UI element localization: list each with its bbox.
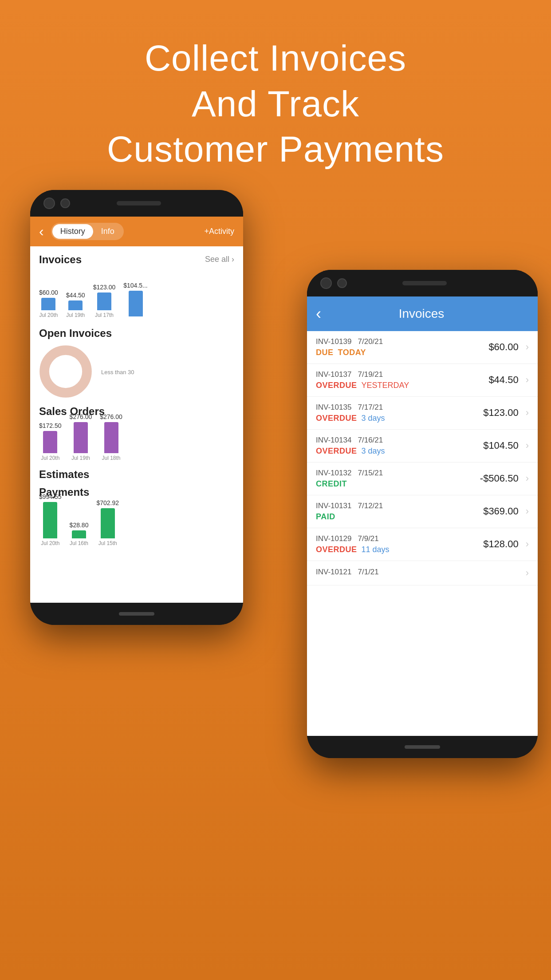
invoice-id-date-10135: INV-10135 7/17/21	[316, 403, 385, 412]
invoice-item-10132[interactable]: INV-10132 7/15/21 CREDIT -$506.50 ›	[307, 462, 538, 495]
status-detail-today-10139: TODAY	[338, 348, 366, 357]
open-invoices-section: Open Invoices Less than 30	[39, 327, 234, 398]
sales-bar-1: $172.50 Jul 20th	[39, 422, 62, 461]
invoice-bar-2: $44.50 Jul 19th	[66, 292, 85, 318]
less-than-30-label: Less than 30	[101, 369, 134, 375]
chevron-right-icon-10129: ›	[526, 538, 529, 550]
invoice-bar-1-date: Jul 20th	[39, 312, 58, 318]
speaker-bar-right	[402, 281, 447, 285]
invoice-left-10134: INV-10134 7/16/21 OVERDUE 3 days	[316, 436, 385, 456]
invoice-bar-1: $60.00 Jul 20th	[39, 289, 58, 318]
sales-bar-1-date: Jul 20th	[41, 455, 59, 461]
activity-button[interactable]: +Activity	[204, 227, 234, 236]
phones-container: ‹ History Info +Activity Invoices See al…	[0, 190, 551, 922]
invoice-left-10137: INV-10137 7/19/21 OVERDUE YESTERDAY	[316, 370, 409, 390]
camera-group-left	[43, 198, 70, 209]
invoice-item-10135[interactable]: INV-10135 7/17/21 OVERDUE 3 days $123.00…	[307, 397, 538, 430]
invoices-list-title: Invoices	[330, 307, 513, 321]
status-badge-paid-10131: PAID	[316, 512, 335, 522]
hero-line2: And Track	[192, 83, 359, 124]
sales-bar-2-rect	[74, 422, 88, 453]
donut-svg	[39, 345, 92, 398]
back-arrow-right[interactable]: ‹	[316, 304, 321, 323]
payment-bar-1-date: Jul 20th	[41, 540, 59, 546]
invoice-right-10129: $128.00 ›	[483, 538, 529, 550]
invoice-id-date-10131: INV-10131 7/12/21	[316, 502, 383, 510]
chevron-right-icon-10134: ›	[526, 440, 529, 451]
invoice-status-row-10132: CREDIT	[316, 479, 383, 489]
hero-line1: Collect Invoices	[145, 38, 406, 78]
invoice-item-10134[interactable]: INV-10134 7/16/21 OVERDUE 3 days $104.50…	[307, 430, 538, 462]
invoice-id-date-10129: INV-10129 7/9/21	[316, 534, 390, 543]
camera-secondary-left	[60, 198, 70, 208]
sales-bar-3-date: Jul 18th	[102, 455, 121, 461]
hero-section: Collect Invoices And Track Customer Paym…	[0, 0, 551, 190]
status-badge-credit-10132: CREDIT	[316, 479, 347, 489]
chevron-right-icon-10135: ›	[526, 407, 529, 419]
sales-orders-bar-chart: $172.50 Jul 20th $276.00 Jul 19th $276.0…	[39, 423, 234, 463]
invoice-bar-1-rect	[41, 298, 55, 310]
invoice-right-10131: $369.00 ›	[483, 506, 529, 517]
invoices-title: Invoices	[39, 253, 82, 266]
home-indicator-left	[119, 612, 154, 616]
invoice-bar-1-amount: $60.00	[39, 289, 58, 296]
invoice-id-date-10137: INV-10137 7/19/21	[316, 370, 409, 379]
sales-bar-2-amount: $276.00	[70, 413, 92, 420]
right-phone-top-bar	[307, 270, 538, 296]
invoice-left-10121: INV-10121 7/1/21	[316, 568, 379, 578]
tab-info[interactable]: Info	[93, 224, 122, 239]
invoice-amount-10135: $123.00	[483, 407, 519, 419]
invoice-amount-10132: -$506.50	[480, 473, 519, 484]
status-badge-overdue-10134: OVERDUE	[316, 447, 357, 456]
back-arrow-left[interactable]: ‹	[39, 223, 44, 240]
camera-main-left	[43, 198, 55, 209]
payment-bar-1-amount: $994.55	[39, 493, 62, 500]
invoice-bar-4-amount: $104.5...	[123, 282, 148, 289]
open-invoices-header: Open Invoices	[39, 327, 234, 340]
left-phone-header: ‹ History Info +Activity	[30, 217, 243, 246]
invoice-item-10121[interactable]: INV-10121 7/1/21 ›	[307, 561, 538, 585]
invoice-amount-10139: $60.00	[488, 341, 518, 353]
right-phone-header: ‹ Invoices	[307, 296, 538, 331]
status-detail-days-10135: 3 days	[362, 414, 385, 423]
payments-bar-chart: $994.55 Jul 20th $28.80 Jul 16th $702.92…	[39, 504, 234, 548]
status-badge-overdue-10129: OVERDUE	[316, 545, 357, 554]
left-phone-content: Invoices See all › $60.00 Jul 20th $44.5…	[30, 246, 243, 603]
sales-orders-header: Sales Orders	[39, 405, 234, 418]
status-detail-days-10134: 3 days	[362, 447, 385, 456]
payment-bar-2-date: Jul 16th	[70, 540, 88, 546]
status-badge-overdue-10135: OVERDUE	[316, 414, 357, 423]
payment-bar-2-rect	[72, 530, 86, 538]
payment-bar-3: $702.92 Jul 15th	[96, 499, 119, 546]
payment-bar-1-rect	[43, 502, 57, 538]
invoice-item-10131[interactable]: INV-10131 7/12/21 PAID $369.00 ›	[307, 495, 538, 528]
payment-bar-3-date: Jul 15th	[98, 540, 117, 546]
invoice-bar-4-rect	[129, 291, 143, 316]
invoice-item-10129[interactable]: INV-10129 7/9/21 OVERDUE 11 days $128.00…	[307, 528, 538, 561]
invoice-status-row-10137: OVERDUE YESTERDAY	[316, 381, 409, 390]
invoice-status-row-10139: DUE TODAY	[316, 348, 383, 357]
left-phone-screen: ‹ History Info +Activity Invoices See al…	[30, 217, 243, 603]
invoice-item-10137[interactable]: INV-10137 7/19/21 OVERDUE YESTERDAY $44.…	[307, 364, 538, 397]
invoice-amount-10129: $128.00	[483, 538, 519, 550]
camera-secondary-right	[337, 278, 347, 288]
right-phone-bottom-bar	[307, 736, 538, 758]
invoice-bar-3-date: Jul 17th	[95, 312, 114, 318]
invoice-id-date-10134: INV-10134 7/16/21	[316, 436, 385, 445]
invoice-item-10139[interactable]: INV-10139 7/20/21 DUE TODAY $60.00 ›	[307, 331, 538, 364]
invoice-left-10129: INV-10129 7/9/21 OVERDUE 11 days	[316, 534, 390, 554]
chevron-right-icon-10132: ›	[526, 473, 529, 484]
invoices-section-header: Invoices See all ›	[39, 253, 234, 266]
camera-group-right	[320, 277, 347, 289]
status-badge-due-10139: DUE	[316, 348, 334, 357]
tab-history[interactable]: History	[52, 224, 93, 239]
status-badge-overdue-10137: OVERDUE	[316, 381, 357, 390]
see-all-invoices[interactable]: See all ›	[205, 255, 234, 264]
speaker-bar-left	[117, 201, 161, 205]
open-invoices-title: Open Invoices	[39, 327, 112, 340]
chevron-right-icon-10139: ›	[526, 341, 529, 353]
right-phone-screen: ‹ Invoices INV-10139 7/20/21 DUE TODAY	[307, 296, 538, 736]
invoice-status-row-10129: OVERDUE 11 days	[316, 545, 390, 554]
estimates-header: Estimates	[39, 468, 234, 481]
sales-bar-3-amount: $276.00	[100, 413, 122, 420]
